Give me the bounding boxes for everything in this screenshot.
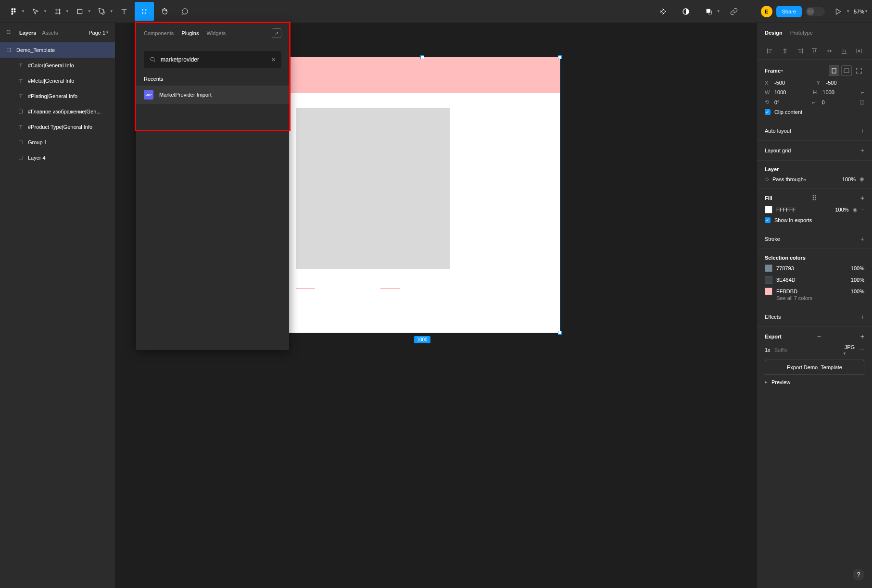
layer-item[interactable]: Group 1	[0, 135, 115, 150]
prototype-tab[interactable]: Prototype	[790, 30, 813, 36]
layer-item[interactable]: #Color|General Info	[0, 58, 115, 73]
mask-icon[interactable]	[676, 2, 695, 21]
frame-tool[interactable]: ▼	[48, 2, 69, 21]
export-preview[interactable]: Preview	[771, 379, 790, 385]
search-icon[interactable]	[6, 29, 12, 36]
assets-tab[interactable]: Assets	[42, 30, 58, 36]
share-button[interactable]: Share	[776, 6, 802, 17]
radius-input[interactable]: 0	[822, 100, 856, 105]
fill-hex[interactable]: FFFFFF	[776, 207, 831, 213]
align-center-v-icon[interactable]	[824, 46, 834, 56]
add-stroke-icon[interactable]: +	[860, 235, 864, 243]
export-format[interactable]: JPG ▼	[845, 344, 855, 356]
pen-tool[interactable]: ▼	[92, 2, 114, 21]
portrait-icon[interactable]	[829, 65, 839, 76]
remove-export-icon[interactable]: −	[817, 333, 821, 340]
color-hex[interactable]: 3E464D	[776, 277, 847, 283]
add-auto-layout-icon[interactable]: +	[860, 127, 864, 135]
landscape-icon[interactable]	[841, 65, 852, 76]
components-tab[interactable]: Components	[144, 30, 174, 36]
canvas-frame[interactable]: 1000	[284, 57, 560, 333]
align-bottom-icon[interactable]	[839, 46, 849, 56]
visibility-icon[interactable]: ◉	[859, 176, 864, 182]
rotation-input[interactable]: 0°	[774, 100, 809, 105]
boolean-icon[interactable]: ▼	[699, 2, 720, 21]
selection-handle[interactable]	[420, 55, 424, 59]
page-selector[interactable]: Page 1▼	[88, 30, 109, 36]
alignment-controls	[757, 42, 872, 60]
help-button[interactable]: ?	[853, 569, 864, 580]
export-options-icon[interactable]: ⋯	[859, 347, 864, 353]
fill-styles-icon[interactable]: ⠿	[812, 194, 817, 202]
shape-tool[interactable]: ▼	[70, 2, 91, 21]
export-scale[interactable]: 1x	[765, 347, 771, 353]
color-hex[interactable]: FFBDBD	[776, 288, 847, 294]
blend-mode[interactable]: Pass through ▼	[772, 176, 838, 182]
x-input[interactable]: -500	[774, 80, 813, 86]
layer-item[interactable]: #Главное изображение|Gen...	[0, 104, 115, 119]
opacity-input[interactable]: 100%	[842, 176, 856, 182]
export-button[interactable]: Export Demo_Template	[765, 360, 864, 375]
color-swatch[interactable]	[765, 276, 772, 284]
layer-item[interactable]: #Plating|General Info	[0, 88, 115, 104]
zoom-control[interactable]: 57%▼	[854, 9, 868, 14]
clear-search-icon[interactable]: ✕	[271, 57, 276, 63]
color-opacity[interactable]: 100%	[851, 265, 864, 271]
plugin-search[interactable]: ✕	[144, 51, 281, 68]
hand-tool[interactable]	[155, 2, 174, 21]
layer-list: Demo_Template#Color|General Info#Metal|G…	[0, 42, 115, 588]
add-export-icon[interactable]: +	[860, 333, 864, 340]
show-exports-checkbox[interactable]: ✓	[765, 217, 771, 223]
height-input[interactable]: 1000	[822, 89, 857, 95]
plugin-search-input[interactable]	[161, 56, 266, 63]
selection-handle[interactable]	[558, 331, 562, 335]
color-opacity[interactable]: 100%	[851, 277, 864, 283]
frame-title[interactable]: Frame ▼	[765, 68, 784, 74]
add-effect-icon[interactable]: +	[860, 313, 864, 321]
constrain-icon[interactable]: ⌐	[861, 89, 864, 95]
remove-fill-icon[interactable]: −	[861, 207, 864, 213]
align-top-icon[interactable]	[809, 46, 819, 56]
widgets-tab[interactable]: Widgets	[206, 30, 226, 36]
user-avatar[interactable]: E	[761, 6, 772, 17]
add-layout-grid-icon[interactable]: +	[860, 147, 864, 154]
dev-mode-toggle[interactable]	[806, 7, 825, 16]
present-button[interactable]: ▼	[829, 2, 850, 21]
move-tool[interactable]: ▼	[26, 2, 47, 21]
fill-opacity[interactable]: 100%	[835, 207, 848, 213]
plugin-item[interactable]: •MPMarketProvider Import	[136, 86, 289, 104]
see-all-colors[interactable]: See all 7 colors	[776, 295, 812, 301]
resources-tool[interactable]	[135, 2, 154, 21]
text-tool[interactable]	[114, 2, 134, 21]
main-menu[interactable]: ▼	[4, 2, 25, 21]
color-swatch[interactable]	[765, 264, 772, 272]
align-left-icon[interactable]	[765, 46, 775, 56]
export-suffix-input[interactable]	[774, 347, 841, 353]
align-center-h-icon[interactable]	[780, 46, 790, 56]
browse-icon[interactable]	[272, 28, 281, 38]
link-icon[interactable]	[724, 2, 744, 21]
layers-tab[interactable]: Layers	[19, 30, 36, 36]
color-opacity[interactable]: 100%	[851, 288, 864, 294]
fill-swatch[interactable]	[765, 206, 772, 213]
plugins-tab[interactable]: Plugins	[181, 30, 199, 36]
design-tab[interactable]: Design	[765, 30, 783, 36]
layer-item[interactable]: Layer 4	[0, 150, 115, 165]
resize-fit-icon[interactable]	[854, 65, 864, 76]
independent-corners-icon[interactable]: ◫	[859, 99, 864, 105]
component-icon[interactable]	[653, 2, 672, 21]
color-swatch[interactable]	[765, 288, 772, 295]
add-fill-icon[interactable]: +	[860, 194, 864, 202]
align-right-icon[interactable]	[795, 46, 805, 56]
selection-handle[interactable]	[558, 55, 562, 59]
layer-item[interactable]: #Metal|General Info	[0, 73, 115, 88]
distribute-icon[interactable]	[854, 46, 864, 56]
clip-checkbox[interactable]: ✓	[765, 109, 771, 115]
color-hex[interactable]: 778793	[776, 265, 847, 271]
layer-item[interactable]: Demo_Template	[0, 42, 115, 58]
fill-visibility-icon[interactable]: ◉	[853, 207, 858, 213]
width-input[interactable]: 1000	[774, 89, 809, 95]
y-input[interactable]: -500	[826, 80, 865, 86]
comment-tool[interactable]	[175, 2, 194, 21]
layer-item[interactable]: #Product Type|General Info	[0, 119, 115, 135]
